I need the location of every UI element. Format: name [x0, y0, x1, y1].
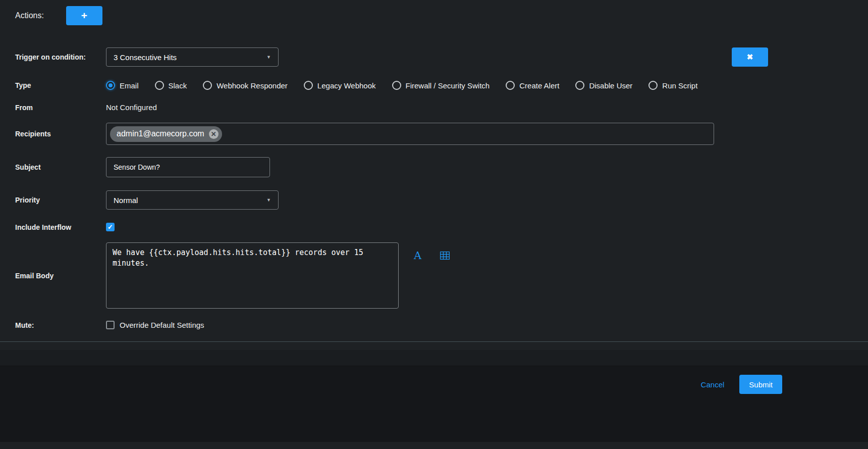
- radio-webhook-responder-label: Webhook Responder: [216, 81, 288, 90]
- radio-webhook-responder[interactable]: Webhook Responder: [203, 81, 288, 90]
- mute-override-label: Override Default Settings: [120, 321, 204, 329]
- chevron-down-icon: ▼: [266, 197, 271, 203]
- mute-override-checkbox[interactable]: ✓: [106, 321, 115, 329]
- email-body-row: Email Body We have {{ctx.payload.hits.hi…: [0, 242, 868, 309]
- footer-actions: Cancel Submit: [701, 375, 782, 394]
- radio-legacy-webhook[interactable]: Legacy Webhook: [304, 81, 376, 90]
- include-interflow-label: Include Interflow: [15, 223, 106, 231]
- from-row: From Not Configured: [0, 103, 868, 112]
- radio-circle-icon: [155, 81, 164, 90]
- radio-create-alert-label: Create Alert: [519, 81, 559, 90]
- close-icon: ✖: [747, 53, 753, 62]
- radio-disable-user[interactable]: Disable User: [575, 81, 632, 90]
- subject-label: Subject: [15, 163, 106, 171]
- radio-firewall-security-switch[interactable]: Firewall / Security Switch: [392, 81, 490, 90]
- radio-legacy-webhook-label: Legacy Webhook: [317, 81, 376, 90]
- footer-gap: [0, 342, 868, 350]
- recipients-label: Recipients: [15, 130, 106, 138]
- radio-circle-icon: [304, 81, 313, 90]
- footer-strip: [0, 350, 868, 366]
- recipients-input[interactable]: admin1@acmecorp.com ✕: [106, 123, 714, 145]
- from-value: Not Configured: [106, 103, 157, 112]
- subject-row: Subject: [0, 157, 868, 177]
- chevron-down-icon: ▼: [266, 55, 271, 60]
- plus-icon: +: [81, 10, 87, 22]
- trigger-condition-row: Trigger on condition: 3 Consecutive Hits…: [0, 47, 868, 67]
- alert-actions-panel: Actions: + Trigger on condition: 3 Conse…: [0, 0, 868, 442]
- priority-row: Priority Normal ▼: [0, 190, 868, 210]
- from-label: From: [15, 104, 106, 112]
- email-body-label: Email Body: [15, 272, 106, 280]
- radio-run-script-label: Run Script: [662, 81, 697, 90]
- include-interflow-row: Include Interflow ✓: [0, 223, 868, 231]
- radio-circle-icon: [106, 81, 115, 90]
- radio-circle-icon: [575, 81, 584, 90]
- email-body-toolbar: A: [414, 250, 450, 262]
- table-icon[interactable]: [440, 252, 450, 260]
- add-action-button[interactable]: +: [66, 6, 102, 25]
- recipient-chip: admin1@acmecorp.com ✕: [110, 126, 222, 142]
- actions-label: Actions:: [15, 11, 44, 20]
- type-radio-group: Email Slack Webhook Responder Legacy Web…: [106, 81, 697, 90]
- radio-circle-icon: [203, 81, 212, 90]
- mute-label: Mute:: [15, 321, 106, 329]
- email-body-area: We have {{ctx.payload.hits.hits.total}} …: [106, 242, 450, 309]
- radio-slack[interactable]: Slack: [155, 81, 187, 90]
- radio-circle-icon: [392, 81, 401, 90]
- radio-create-alert[interactable]: Create Alert: [506, 81, 559, 90]
- actions-header: Actions: +: [0, 0, 868, 25]
- radio-email-label: Email: [120, 81, 139, 90]
- radio-circle-icon: [506, 81, 515, 90]
- check-icon: ✓: [107, 224, 113, 230]
- submit-button[interactable]: Submit: [739, 375, 782, 394]
- mute-override-option[interactable]: ✓ Override Default Settings: [106, 321, 204, 329]
- trigger-condition-label: Trigger on condition:: [15, 53, 106, 61]
- trigger-condition-value: 3 Consecutive Hits: [114, 53, 177, 62]
- include-interflow-checkbox[interactable]: ✓: [106, 223, 115, 231]
- recipients-row: Recipients admin1@acmecorp.com ✕: [0, 123, 868, 145]
- cancel-button[interactable]: Cancel: [701, 380, 725, 389]
- modal-footer: Cancel Submit: [0, 366, 868, 442]
- radio-firewall-security-switch-label: Firewall / Security Switch: [406, 81, 490, 90]
- recipient-chip-text: admin1@acmecorp.com: [117, 129, 204, 138]
- priority-value: Normal: [114, 196, 138, 205]
- mute-row: Mute: ✓ Override Default Settings: [0, 321, 868, 329]
- subject-input[interactable]: [106, 157, 270, 177]
- type-row: Type Email Slack Webhook Responder Legac…: [0, 81, 868, 90]
- radio-slack-label: Slack: [169, 81, 187, 90]
- priority-select[interactable]: Normal ▼: [106, 190, 279, 210]
- priority-label: Priority: [15, 196, 106, 204]
- chip-remove-icon[interactable]: ✕: [209, 129, 219, 139]
- radio-email[interactable]: Email: [106, 81, 139, 90]
- type-label: Type: [15, 81, 106, 89]
- radio-circle-icon: [648, 81, 658, 90]
- font-format-icon[interactable]: A: [414, 250, 421, 262]
- trigger-condition-select[interactable]: 3 Consecutive Hits ▼: [106, 47, 279, 67]
- radio-disable-user-label: Disable User: [589, 81, 632, 90]
- remove-action-button[interactable]: ✖: [732, 47, 768, 67]
- radio-run-script[interactable]: Run Script: [648, 81, 697, 90]
- email-body-textarea[interactable]: We have {{ctx.payload.hits.hits.total}} …: [106, 242, 399, 309]
